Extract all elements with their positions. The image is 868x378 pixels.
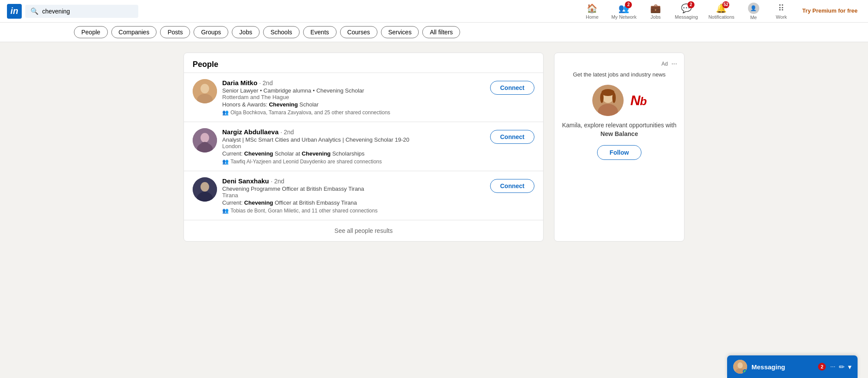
connections-icon: 👥 (222, 109, 229, 116)
filter-services[interactable]: Services (381, 26, 419, 38)
person-nargiz-location: London (222, 143, 485, 149)
person-daria-name: Daria Mitko · 2nd (222, 79, 485, 86)
ad-subtitle: Get the latest jobs and industry news (561, 71, 677, 78)
person-nargiz-connections: 👥 Tawfiq Al-Yazjeen and Leonid Davydenko… (222, 159, 485, 165)
nav-jobs-label: Jobs (651, 14, 661, 20)
person-deni-title: Chevening Programme Officer at British E… (222, 186, 485, 192)
avatar-nargiz (193, 128, 217, 153)
person-deni-location: Tirana (222, 192, 485, 199)
svg-point-1 (200, 84, 209, 93)
header: in 🔍 🏠 Home 👥 2 My Network 💼 Jobs 💬 2 Me (0, 0, 868, 23)
ad-brand: Nb (561, 85, 677, 116)
notifications-badge: 52 (722, 1, 729, 8)
person-nargiz-info: Nargiz Abdullaeva · 2nd Analyst | MSc Sm… (222, 128, 485, 165)
filter-schools[interactable]: Schools (263, 26, 300, 38)
person-daria-title: Senior Lawyer • Cambridge alumna • Cheve… (222, 87, 485, 94)
linkedin-logo[interactable]: in (7, 4, 22, 19)
home-icon: 🏠 (587, 3, 598, 13)
avatar-deni (193, 177, 217, 202)
filter-events[interactable]: Events (303, 26, 337, 38)
person-nargiz-name: Nargiz Abdullaeva · 2nd (222, 128, 485, 136)
people-section-title: People (184, 53, 543, 73)
person-nargiz-title: Analyst | MSc Smart Cities and Urban Ana… (222, 136, 485, 143)
me-avatar: 👤 (748, 3, 759, 14)
connections-icon: 👥 (222, 208, 229, 214)
filter-companies[interactable]: Companies (111, 26, 157, 38)
filter-people[interactable]: People (74, 26, 108, 38)
main-nav: 🏠 Home 👥 2 My Network 💼 Jobs 💬 2 Messagi… (578, 0, 795, 23)
messaging-badge: 2 (688, 1, 694, 8)
ad-person-avatar (592, 85, 624, 116)
ad-header: Ad ··· (561, 60, 677, 68)
people-card: People Daria Mitko · 2nd Senior Lawyer •… (184, 53, 544, 242)
main-content: People Daria Mitko · 2nd Senior Lawyer •… (173, 53, 695, 242)
svg-point-4 (200, 133, 209, 143)
jobs-icon: 💼 (650, 3, 661, 13)
nav-jobs[interactable]: 💼 Jobs (642, 0, 670, 23)
filter-posts[interactable]: Posts (160, 26, 190, 38)
person-daria-highlight: Honors & Awards: Chevening Scholar (222, 101, 485, 108)
new-balance-logo: Nb (631, 93, 647, 109)
svg-point-13 (600, 93, 604, 103)
svg-point-12 (601, 89, 614, 96)
person-daria-connections: 👥 Olga Bochkova, Tamara Zavyalova, and 2… (222, 109, 485, 116)
person-item: Daria Mitko · 2nd Senior Lawyer • Cambri… (184, 73, 543, 122)
nav-notifications-label: Notifications (708, 14, 734, 20)
see-all-people[interactable]: See all people results (184, 220, 543, 241)
search-input[interactable] (42, 8, 129, 15)
person-daria-location: Rotterdam and The Hague (222, 94, 485, 100)
person-item: Nargiz Abdullaeva · 2nd Analyst | MSc Sm… (184, 122, 543, 171)
connect-button-nargiz[interactable]: Connect (490, 130, 534, 144)
person-item: Deni Sanxhaku · 2nd Chevening Programme … (184, 171, 543, 220)
nav-work[interactable]: ⠿ Work (768, 0, 795, 23)
filter-courses[interactable]: Courses (340, 26, 377, 38)
filter-all-filters[interactable]: All filters (422, 26, 460, 38)
search-bar[interactable]: 🔍 (25, 5, 138, 18)
person-deni-highlight: Current: Chevening Officer at British Em… (222, 199, 485, 206)
svg-point-7 (200, 182, 209, 192)
nav-my-network-label: My Network (611, 14, 637, 20)
premium-button[interactable]: Try Premium for free (799, 7, 861, 15)
nav-me[interactable]: 👤 Me (740, 0, 768, 23)
search-icon: 🔍 (30, 7, 39, 15)
notifications-icon: 🔔 52 (716, 3, 727, 13)
connections-icon: 👥 (222, 159, 229, 165)
person-deni-info: Deni Sanxhaku · 2nd Chevening Programme … (222, 177, 485, 214)
avatar-daria (193, 79, 217, 103)
svg-point-14 (612, 93, 616, 103)
nav-work-label: Work (776, 14, 787, 20)
nav-my-network[interactable]: 👥 2 My Network (606, 0, 642, 23)
person-nargiz-highlight: Current: Chevening Scholar at Chevening … (222, 150, 485, 157)
person-deni-connections: 👥 Tobias de Bont, Goran Miletic, and 11 … (222, 208, 485, 214)
nav-home[interactable]: 🏠 Home (578, 0, 606, 23)
connect-button-deni[interactable]: Connect (490, 179, 534, 193)
messaging-icon: 💬 2 (681, 3, 692, 13)
my-network-badge: 2 (625, 1, 632, 8)
ad-more-button[interactable]: ··· (671, 60, 677, 68)
connect-button-daria[interactable]: Connect (490, 81, 534, 95)
follow-button[interactable]: Follow (597, 145, 641, 160)
my-network-icon: 👥 2 (618, 3, 629, 13)
filter-jobs[interactable]: Jobs (232, 26, 260, 38)
filter-bar: People Companies Posts Groups Jobs Schoo… (0, 23, 868, 42)
nav-me-label: Me (750, 15, 757, 20)
ad-message: Kamila, explore relevant opportunities w… (561, 121, 677, 138)
ad-card: Ad ··· Get the latest jobs and industry … (554, 53, 684, 242)
work-icon: ⠿ (778, 3, 785, 13)
nav-messaging-label: Messaging (675, 14, 698, 20)
person-deni-name: Deni Sanxhaku · 2nd (222, 177, 485, 185)
filter-groups[interactable]: Groups (194, 26, 228, 38)
person-daria-info: Daria Mitko · 2nd Senior Lawyer • Cambri… (222, 79, 485, 116)
nav-notifications[interactable]: 🔔 52 Notifications (703, 0, 740, 23)
ad-label: Ad (661, 61, 668, 67)
nav-messaging[interactable]: 💬 2 Messaging (670, 0, 703, 23)
nav-home-label: Home (586, 14, 598, 20)
